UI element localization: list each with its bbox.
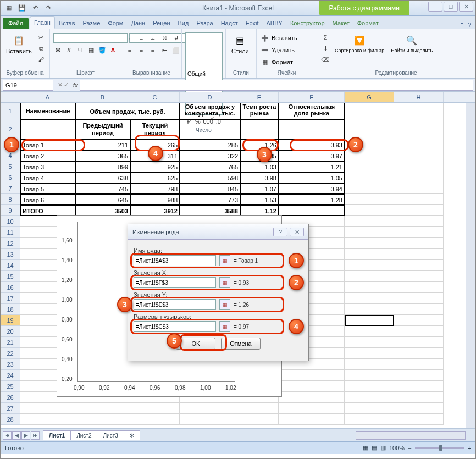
cell[interactable]: 638 <box>75 172 130 183</box>
paste-button[interactable]: 📋Вставить <box>4 32 34 56</box>
cell[interactable]: 285 <box>180 139 240 150</box>
col-H[interactable]: H <box>394 92 444 102</box>
cell[interactable] <box>279 205 345 216</box>
copy-icon[interactable]: ⧉ <box>36 43 46 53</box>
cell[interactable]: 625 <box>130 172 180 183</box>
underline-icon[interactable]: Ч <box>75 45 85 55</box>
series-name-input[interactable] <box>134 255 216 266</box>
grid[interactable]: A B C D E F G H 1 Наименование Объем про… <box>1 92 475 428</box>
prev-sheet-icon[interactable]: ◀ <box>12 431 21 440</box>
range-picker-icon[interactable]: ▦ <box>219 299 230 310</box>
cell[interactable]: 1,07 <box>240 183 279 194</box>
cell[interactable]: 1,21 <box>279 161 345 172</box>
horizontal-scrollbar[interactable] <box>356 431 466 440</box>
merge-icon[interactable]: ⬜ <box>171 45 181 55</box>
tab-layout[interactable]: Макет <box>329 18 353 29</box>
align-center-icon[interactable]: ≡ <box>136 45 146 55</box>
align-right-icon[interactable]: ≡ <box>148 45 158 55</box>
minimize-ribbon-icon[interactable]: ⌃ <box>460 21 464 29</box>
cell[interactable]: 0,93 <box>279 139 345 150</box>
zoom-out-icon[interactable]: − <box>408 445 411 451</box>
col-F[interactable]: F <box>279 92 345 102</box>
last-sheet-icon[interactable]: ⏭ <box>31 431 40 440</box>
view-layout-icon[interactable]: ▤ <box>372 444 377 451</box>
fill-down-icon[interactable]: ⬇ <box>320 43 330 53</box>
autosum-icon[interactable]: Σ <box>320 32 330 42</box>
insert-cell-icon[interactable]: ➕ <box>260 33 270 43</box>
font-color-icon[interactable]: А <box>108 45 118 55</box>
help-icon[interactable]: ? <box>468 21 471 29</box>
tab-formulas[interactable]: Форм <box>104 18 127 29</box>
vertical-scrollbar[interactable] <box>466 103 475 428</box>
fx-icon[interactable]: fx <box>71 82 80 89</box>
cell[interactable]: 365 <box>75 150 130 161</box>
view-normal-icon[interactable]: ▦ <box>363 444 368 451</box>
redo-icon[interactable]: ↷ <box>42 2 54 14</box>
enter-icon[interactable]: ✓ <box>64 81 69 89</box>
col-D[interactable]: D <box>180 92 240 102</box>
select-all[interactable] <box>1 92 20 102</box>
formula-input[interactable] <box>80 80 473 91</box>
col-C[interactable]: C <box>130 92 180 102</box>
wrap-icon[interactable]: ↲ <box>171 33 181 43</box>
cell[interactable]: 322 <box>180 150 240 161</box>
cell[interactable]: 0,94 <box>279 183 345 194</box>
maximize-button[interactable]: □ <box>444 2 458 12</box>
find-select-button[interactable]: 🔍Найти и выделить <box>389 32 435 54</box>
tab-data[interactable]: Данн <box>127 18 149 29</box>
delete-cell-icon[interactable]: ➖ <box>260 45 270 55</box>
first-sheet-icon[interactable]: ⏮ <box>3 431 12 440</box>
tab-dev[interactable]: Разра <box>192 18 217 29</box>
sheet-tab-2[interactable]: Лист2 <box>70 430 97 440</box>
cell[interactable]: 1,53 <box>240 194 279 205</box>
border-icon[interactable]: ▦ <box>86 45 96 55</box>
cell[interactable]: 0,97 <box>279 150 345 161</box>
italic-icon[interactable]: К <box>64 45 74 55</box>
series-y-input[interactable] <box>134 299 216 310</box>
name-box[interactable]: G19 <box>3 80 53 91</box>
tab-foxit[interactable]: Foxit <box>242 18 263 29</box>
format-cell-icon[interactable]: ▦ <box>260 57 270 67</box>
sort-filter-button[interactable]: 🔽Сортировка и фильтр <box>333 32 386 54</box>
align-bottom-icon[interactable]: ⫠ <box>148 33 158 43</box>
tab-format[interactable]: Формат <box>353 18 383 29</box>
tab-abbyy[interactable]: ABBY <box>263 18 286 29</box>
sheet-tab-1[interactable]: Лист1 <box>43 430 71 440</box>
cancel-button[interactable]: Отмена <box>221 338 261 350</box>
tab-review[interactable]: Рецен <box>149 18 174 29</box>
tab-view[interactable]: Вид <box>174 18 193 29</box>
cell[interactable]: 988 <box>130 194 180 205</box>
fill-icon[interactable]: 🪣 <box>97 45 107 55</box>
dialog-close-icon[interactable]: ✕ <box>290 228 304 236</box>
cell[interactable]: Товар 3 <box>20 161 75 172</box>
cell[interactable]: ИТОГО <box>20 205 75 216</box>
tab-home[interactable]: Главн <box>30 16 55 29</box>
cell[interactable]: 0,98 <box>240 172 279 183</box>
sheet-tab-3[interactable]: Лист3 <box>97 430 124 440</box>
tab-page[interactable]: Разме <box>79 18 104 29</box>
cell[interactable]: 598 <box>180 172 240 183</box>
save-icon[interactable]: 💾 <box>16 2 28 14</box>
cell[interactable]: 211 <box>75 139 130 150</box>
col-G[interactable]: G <box>345 92 394 102</box>
indent-dec-icon[interactable]: ⇤ <box>159 45 169 55</box>
clear-icon[interactable]: ⌫ <box>320 54 330 64</box>
col-E[interactable]: E <box>240 92 279 102</box>
cell[interactable]: 1,05 <box>279 172 345 183</box>
cell[interactable]: Товар 4 <box>20 172 75 183</box>
align-middle-icon[interactable]: ≡ <box>136 33 146 43</box>
cell[interactable]: Товар 1 <box>20 139 75 150</box>
tab-addins[interactable]: Надст <box>217 18 242 29</box>
view-break-icon[interactable]: ▥ <box>380 444 386 451</box>
dialog-help-icon[interactable]: ? <box>273 228 287 236</box>
cell[interactable]: 765 <box>180 161 240 172</box>
tab-design[interactable]: Конструктор <box>286 18 329 29</box>
cell[interactable]: 925 <box>130 161 180 172</box>
cell[interactable]: Товар 6 <box>20 194 75 205</box>
cell[interactable]: 3588 <box>180 205 240 216</box>
undo-icon[interactable]: ↶ <box>29 2 41 14</box>
cancel-icon[interactable]: ✕ <box>58 81 63 89</box>
cell[interactable]: 773 <box>180 194 240 205</box>
new-sheet-icon[interactable]: ✻ <box>124 430 140 440</box>
next-sheet-icon[interactable]: ▶ <box>21 431 30 440</box>
